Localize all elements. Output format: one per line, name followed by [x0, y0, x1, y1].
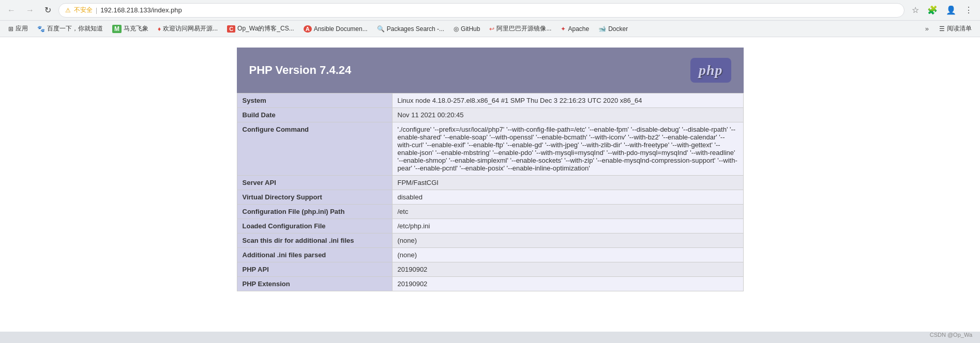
row-value: FPM/FastCGI [392, 176, 743, 190]
reader-mode-label: 阅读清单 [947, 24, 972, 33]
alibaba-icon: ↩ [489, 25, 494, 33]
bookmark-ansible-label: Ansible Documen... [314, 25, 368, 33]
row-label: System [237, 93, 392, 108]
bookmark-baidu-label: 百度一下，你就知道 [47, 24, 103, 33]
table-row: Server APIFPM/FastCGI [237, 176, 743, 190]
baidu-icon: 🐾 [37, 25, 45, 33]
bookmark-alibaba[interactable]: ↩ 阿里巴巴开源镜像... [485, 23, 555, 35]
csdn-icon: C [227, 25, 235, 33]
row-value: Nov 11 2021 00:20:45 [392, 108, 743, 122]
php-info-container: PHP Version 7.4.24 php SystemLinux node … [237, 48, 744, 321]
packages-icon: 🔍 [377, 25, 385, 33]
bookmark-github-label: GitHub [461, 25, 480, 33]
row-value: disabled [392, 190, 743, 205]
table-row: Additional .ini files parsed(none) [237, 248, 743, 262]
bookmark-reader-mode[interactable]: ☰ 阅读清单 [935, 23, 976, 35]
security-label: 不安全 [74, 6, 93, 14]
github-icon: ◎ [454, 25, 459, 33]
table-row: Scan this dir for additional .ini files(… [237, 233, 743, 248]
bookmark-packages[interactable]: 🔍 Packages Search -... [373, 24, 448, 34]
row-label: Build Date [237, 108, 392, 122]
address-text: 192.168.218.133/index.php [100, 6, 182, 14]
row-label: Configuration File (php.ini) Path [237, 205, 392, 219]
row-label: Configure Command [237, 122, 392, 176]
watermark: CSDN @Op_Wa [930, 332, 972, 338]
apps-icon: ⊞ [8, 25, 13, 33]
bookmark-star-button[interactable]: ☆ [909, 3, 922, 17]
bookmark-apps[interactable]: ⊞ 应用 [4, 23, 32, 35]
row-value: /etc [392, 205, 743, 219]
row-label: Additional .ini files parsed [237, 248, 392, 262]
table-row: Configure Command'./configure' '--prefix… [237, 122, 743, 176]
table-row: PHP API20190902 [237, 262, 743, 277]
row-value: (none) [392, 233, 743, 248]
row-label: Virtual Directory Support [237, 190, 392, 205]
table-row: Build DateNov 11 2021 00:20:45 [237, 108, 743, 122]
extensions-button[interactable]: 🧩 [924, 3, 941, 17]
wangyi-icon: ♦ [158, 25, 161, 33]
bookmark-docker[interactable]: 🐋 Docker [594, 24, 632, 34]
table-row: Configuration File (php.ini) Path/etc [237, 205, 743, 219]
row-label: Scan this dir for additional .ini files [237, 233, 392, 248]
refresh-button[interactable]: ↻ [41, 3, 54, 17]
apache-icon: ✦ [561, 25, 566, 33]
bookmark-ansible[interactable]: A Ansible Documen... [299, 24, 372, 34]
row-value: 20190902 [392, 262, 743, 277]
profile-button[interactable]: 👤 [943, 3, 959, 17]
php-info-table: SystemLinux node 4.18.0-257.el8.x86_64 #… [237, 93, 744, 291]
bookmarks-more-button[interactable]: » [922, 23, 932, 34]
bookmark-wangyi-label: 欢迎访问网易开源... [163, 24, 218, 33]
reader-mode-icon: ☰ [939, 25, 945, 33]
table-row: Virtual Directory Supportdisabled [237, 190, 743, 205]
php-logo-text: php [699, 62, 723, 79]
table-row: PHP Extension20190902 [237, 277, 743, 291]
row-label: Loaded Configuration File [237, 219, 392, 233]
row-value: (none) [392, 248, 743, 262]
bookmark-packages-label: Packages Search -... [387, 25, 444, 33]
browser-window: ← → ↻ ⚠ 不安全 | 192.168.218.133/index.php … [0, 0, 980, 343]
bookmark-mafeifei[interactable]: M 马克飞象 [108, 23, 153, 35]
table-row: Loaded Configuration File/etc/php.ini [237, 219, 743, 233]
bookmark-docker-label: Docker [608, 25, 628, 33]
back-button[interactable]: ← [4, 4, 19, 17]
bookmark-csdn-label: Op_Wa的博客_CS... [237, 24, 294, 33]
php-logo: php [690, 58, 731, 83]
security-icon: ⚠ [65, 7, 71, 14]
nav-right-buttons: ☆ 🧩 👤 ⋮ [909, 3, 976, 17]
ansible-icon: A [304, 25, 312, 33]
row-value: 20190902 [392, 277, 743, 291]
forward-button[interactable]: → [23, 4, 37, 17]
php-version-title: PHP Version 7.4.24 [249, 64, 352, 77]
bookmarks-bar: ⊞ 应用 🐾 百度一下，你就知道 M 马克飞象 ♦ 欢迎访问网易开源... C … [0, 21, 980, 37]
bookmark-wangyi[interactable]: ♦ 欢迎访问网易开源... [154, 23, 222, 35]
php-header-banner: PHP Version 7.4.24 php [237, 48, 744, 93]
navigation-bar: ← → ↻ ⚠ 不安全 | 192.168.218.133/index.php … [0, 0, 980, 21]
table-row: SystemLinux node 4.18.0-257.el8.x86_64 #… [237, 93, 743, 108]
row-value: /etc/php.ini [392, 219, 743, 233]
bookmark-alibaba-label: 阿里巴巴开源镜像... [496, 24, 551, 33]
bookmark-csdn[interactable]: C Op_Wa的博客_CS... [223, 23, 298, 35]
bookmark-baidu[interactable]: 🐾 百度一下，你就知道 [33, 23, 107, 35]
row-value: './configure' '--prefix=/usr/local/php7'… [392, 122, 743, 176]
mafeifei-icon: M [112, 25, 122, 33]
row-value: Linux node 4.18.0-257.el8.x86_64 #1 SMP … [392, 93, 743, 108]
bookmark-apache[interactable]: ✦ Apache [556, 24, 593, 34]
more-options-button[interactable]: ⋮ [961, 3, 976, 17]
bookmark-apache-label: Apache [568, 25, 589, 33]
page-content: PHP Version 7.4.24 php SystemLinux node … [0, 37, 980, 332]
bookmark-github[interactable]: ◎ GitHub [449, 24, 484, 34]
docker-icon: 🐋 [598, 25, 606, 33]
row-label: Server API [237, 176, 392, 190]
bookmark-apps-label: 应用 [16, 24, 28, 33]
row-label: PHP Extension [237, 277, 392, 291]
row-label: PHP API [237, 262, 392, 277]
bookmark-mafeifei-label: 马克飞象 [124, 24, 148, 33]
address-bar[interactable]: ⚠ 不安全 | 192.168.218.133/index.php [58, 3, 904, 18]
